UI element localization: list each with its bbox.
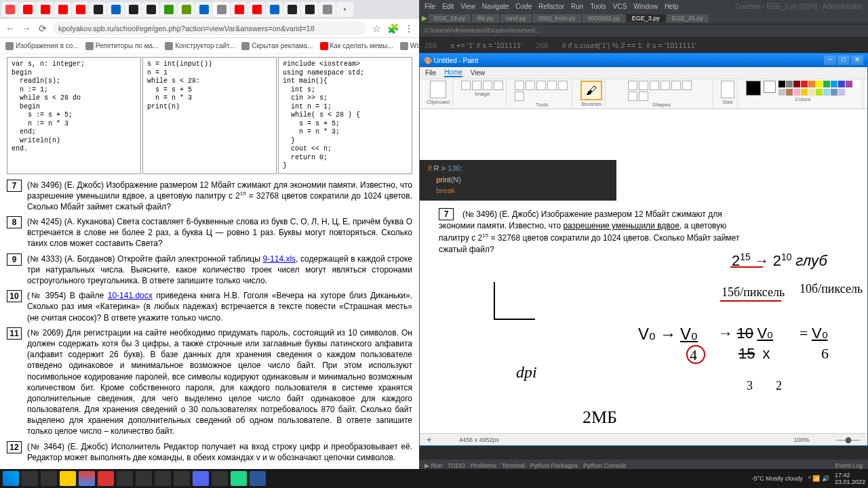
- shape-icon[interactable]: [650, 81, 659, 90]
- taskview-icon[interactable]: [41, 471, 57, 486]
- palette-color[interactable]: [823, 81, 830, 87]
- browser-tab[interactable]: [195, 2, 212, 17]
- app-icon[interactable]: [155, 471, 171, 486]
- clock[interactable]: 17:4223.01.2022: [835, 472, 865, 485]
- start-button[interactable]: [3, 471, 19, 486]
- run-tab[interactable]: ▶ Run: [425, 462, 442, 469]
- menu-run[interactable]: Run: [571, 3, 583, 10]
- fill-icon[interactable]: [526, 81, 535, 90]
- todo-tab[interactable]: TODO: [448, 462, 465, 469]
- file-tab[interactable]: 0002_from.py: [533, 14, 581, 22]
- palette-color[interactable]: [808, 81, 815, 87]
- maximize-button[interactable]: □: [837, 56, 850, 65]
- palette-color[interactable]: [801, 81, 808, 87]
- select-icon[interactable]: [461, 81, 471, 90]
- menu-view[interactable]: View: [460, 3, 475, 10]
- extensions-icon[interactable]: 🧩: [387, 22, 399, 35]
- picker-icon[interactable]: [558, 81, 568, 90]
- palette-color[interactable]: [853, 81, 860, 87]
- palette-color[interactable]: [786, 89, 793, 96]
- file-tab[interactable]: file.py: [472, 14, 499, 22]
- zoom-icon[interactable]: [515, 92, 524, 101]
- word-icon[interactable]: [250, 471, 266, 486]
- browser-tab[interactable]: [107, 2, 124, 17]
- app-icon[interactable]: [212, 471, 228, 486]
- color1[interactable]: [746, 81, 761, 96]
- zoom-slider[interactable]: ──⬤──: [836, 436, 861, 443]
- forward-button[interactable]: →: [20, 22, 33, 35]
- minimize-button[interactable]: −: [824, 56, 836, 65]
- app-icon[interactable]: [98, 471, 114, 486]
- pycharm-icon[interactable]: [231, 471, 247, 486]
- browser-tab[interactable]: [142, 2, 159, 17]
- palette-color[interactable]: [808, 89, 815, 96]
- text-icon[interactable]: [536, 81, 546, 90]
- reload-button[interactable]: ⟳: [37, 22, 49, 35]
- size-icon[interactable]: [721, 81, 734, 98]
- browser-tab[interactable]: [125, 2, 142, 17]
- rotate-icon[interactable]: [494, 81, 503, 90]
- palette-color[interactable]: [831, 81, 837, 87]
- url-field[interactable]: kpolyakov.spb.ru/school/ege/gen.php?acti…: [53, 22, 366, 35]
- browser-tab[interactable]: [231, 2, 248, 17]
- ribbon-file[interactable]: File: [425, 69, 436, 77]
- ribbon-view[interactable]: View: [471, 69, 486, 77]
- terminal-tab[interactable]: Terminal: [502, 462, 525, 469]
- menu-refactor[interactable]: Refactor: [538, 3, 564, 10]
- palette-color[interactable]: [793, 89, 800, 96]
- shape-icon[interactable]: [660, 81, 670, 90]
- browser-tab[interactable]: [266, 2, 283, 17]
- paste-icon[interactable]: [430, 81, 446, 98]
- crop-icon[interactable]: [472, 81, 481, 90]
- code-editor[interactable]: 265 s += '1' # s = '101111' 266# if s.co…: [419, 37, 868, 54]
- paint-canvas[interactable]: if R > 136: print(N) break 7 (№ 3496) (Е…: [420, 109, 867, 433]
- menu-tools[interactable]: Tools: [590, 3, 606, 10]
- star-icon[interactable]: ☆: [370, 22, 382, 35]
- palette-color[interactable]: [838, 89, 845, 96]
- color2[interactable]: [764, 81, 776, 93]
- tray-icons[interactable]: ^ 📶 🔊: [808, 475, 829, 482]
- menu-window[interactable]: Window: [633, 3, 658, 10]
- search-icon[interactable]: [22, 471, 38, 486]
- browser-tab[interactable]: [72, 2, 89, 17]
- palette-color[interactable]: [786, 81, 793, 87]
- palette-color[interactable]: [838, 81, 845, 87]
- menu-help[interactable]: Help: [665, 3, 679, 10]
- palette-color[interactable]: [778, 81, 785, 87]
- event-log[interactable]: Event Log: [835, 462, 863, 469]
- chrome-icon[interactable]: [79, 471, 95, 486]
- explorer-icon[interactable]: [60, 471, 76, 486]
- app-icon[interactable]: [136, 471, 152, 486]
- brush-selector[interactable]: 🖌: [580, 81, 602, 100]
- problems-tab[interactable]: Problems: [471, 462, 496, 469]
- browser-tab[interactable]: [1, 2, 18, 17]
- menu-file[interactable]: File: [425, 3, 435, 10]
- weather-widget[interactable]: -5°C Mostly cloudy: [752, 475, 803, 482]
- discord-icon[interactable]: [193, 471, 209, 486]
- shape-icon[interactable]: [628, 81, 637, 90]
- menu-vcs[interactable]: VCS: [613, 3, 627, 10]
- browser-tab[interactable]: [319, 2, 336, 17]
- shape-icon[interactable]: [628, 92, 637, 101]
- pencil-icon[interactable]: [515, 81, 524, 90]
- bookmark-item[interactable]: Репетиторы по ма...: [85, 42, 159, 50]
- palette-color[interactable]: [816, 89, 823, 96]
- app-icon[interactable]: [174, 471, 190, 486]
- menu-navigate[interactable]: Navigate: [482, 3, 509, 10]
- browser-tab[interactable]: [160, 2, 177, 17]
- palette-color[interactable]: [801, 89, 808, 96]
- packages-tab[interactable]: Python Packages: [530, 462, 578, 469]
- bookmark-item[interactable]: Изображения в со...: [5, 42, 79, 50]
- back-button[interactable]: ←: [4, 22, 16, 35]
- browser-tab[interactable]: [178, 2, 195, 17]
- browser-tab[interactable]: [283, 2, 300, 17]
- shape-icon[interactable]: [671, 81, 681, 90]
- palette-color[interactable]: [823, 89, 830, 96]
- file-tab[interactable]: rand.py: [500, 14, 532, 22]
- browser-tab[interactable]: [37, 2, 54, 17]
- bookmark-item[interactable]: Скрытая реклама...: [241, 42, 313, 50]
- app-icon[interactable]: [117, 471, 133, 486]
- file-tab[interactable]: 0000002.py: [583, 14, 625, 22]
- close-button[interactable]: ✕: [851, 56, 863, 65]
- browser-tab[interactable]: [90, 2, 106, 17]
